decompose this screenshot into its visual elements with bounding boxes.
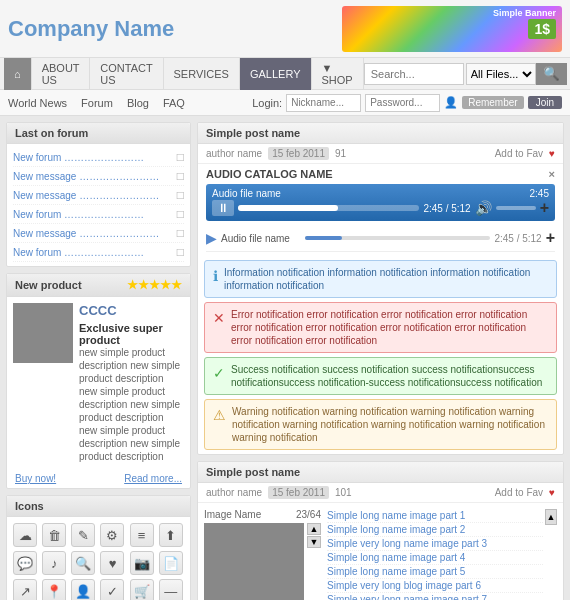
audio2-progress[interactable] (305, 236, 490, 240)
list-item[interactable]: Simple very long blog image part 6 (327, 579, 543, 593)
post2-comments: 101 (335, 487, 352, 498)
icon-cart[interactable]: 🛒 (130, 579, 154, 600)
forum-item: New message …………………… □ (13, 224, 184, 243)
list-item[interactable]: Simple long name image part 2 (327, 523, 543, 537)
icon-menu[interactable]: ≡ (130, 523, 154, 547)
forum-item-text[interactable]: New forum …………………… (13, 209, 177, 220)
post2-image-counter: 23/64 (296, 509, 321, 520)
forum-item-text[interactable]: New message …………………… (13, 171, 177, 182)
forum-item-text[interactable]: New forum …………………… (13, 152, 177, 163)
list-item[interactable]: Simple long name image part 5 (327, 565, 543, 579)
image-next-button[interactable]: ▼ (307, 536, 321, 548)
post1-date: 15 feb 2011 (268, 147, 329, 160)
icon-music[interactable]: ♪ (42, 551, 66, 575)
icon-user[interactable]: 👤 (71, 579, 95, 600)
notif-info: ℹ Information notification information n… (204, 260, 557, 298)
icon-trash[interactable]: 🗑 (42, 523, 66, 547)
icon-file[interactable]: 📄 (159, 551, 183, 575)
pause-button[interactable]: ⏸ (212, 200, 234, 216)
icon-upload[interactable]: ⬆ (159, 523, 183, 547)
forum-item-text[interactable]: New message …………………… (13, 228, 177, 239)
forum-item-text[interactable]: New message …………………… (13, 190, 177, 201)
notif-error: ✕ Error notification error notification … (204, 302, 557, 353)
audio2-fill (305, 236, 342, 240)
icon-heart[interactable]: ♥ (100, 551, 124, 575)
post2-header: Simple post name (198, 462, 563, 483)
audio-close-button[interactable]: × (549, 168, 555, 180)
post1-meta: author name 15 feb 2011 91 Add to Fav ♥ (198, 144, 563, 164)
forum-item-icon: □ (177, 207, 184, 221)
forum-item-icon: □ (177, 226, 184, 240)
audio2-add-button[interactable]: + (546, 229, 555, 247)
icon-pencil[interactable]: ✎ (71, 523, 95, 547)
volume-slider[interactable] (496, 206, 536, 210)
nav-home[interactable]: ⌂ (4, 58, 32, 90)
icon-pin[interactable]: 📍 (42, 579, 66, 600)
buy-button[interactable]: Buy now! (15, 473, 56, 484)
icon-gear[interactable]: ⚙ (100, 523, 124, 547)
heart-icon: ♥ (549, 148, 555, 159)
search-input[interactable] (364, 63, 464, 85)
list-item[interactable]: Simple very long name image part 3 (327, 537, 543, 551)
forum-item-text[interactable]: New forum …………………… (13, 247, 177, 258)
product-content: CCCC Exclusive super product new simple … (7, 297, 190, 469)
read-more-button[interactable]: Read more... (124, 473, 182, 484)
product-description: new simple product description new simpl… (79, 346, 184, 463)
password-input[interactable] (365, 94, 440, 112)
post2-list-section: Simple long name image part 1 Simple lon… (327, 509, 557, 600)
post2-title: Simple post name (206, 466, 300, 478)
post1-panel: Simple post name author name 15 feb 2011… (197, 122, 564, 455)
join-button[interactable]: Join (528, 96, 562, 109)
icon-camera[interactable]: 📷 (130, 551, 154, 575)
forum-item-icon: □ (177, 169, 184, 183)
post2-add-fav[interactable]: Add to Fav (495, 487, 543, 498)
add-fav-button[interactable]: Add to Fav (495, 148, 543, 159)
subnav-world-news[interactable]: World News (8, 97, 67, 109)
forum-item-icon: □ (177, 245, 184, 259)
files-select[interactable]: All Files... (466, 63, 536, 85)
subnav-blog[interactable]: Blog (127, 97, 149, 109)
nav-services[interactable]: SERVICES (164, 58, 240, 90)
banner-text: Simple Banner (493, 8, 556, 18)
volume-icon[interactable]: 🔊 (475, 200, 492, 216)
post2-image-section: Image Name 23/64 ▲ ▼ (204, 509, 321, 600)
icon-external[interactable]: ↗ (13, 579, 37, 600)
nav-shop[interactable]: ▼ SHOP (312, 58, 364, 90)
main-nav: ⌂ ABOUT US CONTACT US SERVICES GALLERY ▼… (0, 58, 570, 90)
image-prev-button[interactable]: ▲ (307, 523, 321, 535)
list-item[interactable]: Simple long name image part 4 (327, 551, 543, 565)
play-button2[interactable]: ▶ (206, 230, 217, 246)
icon-cloud[interactable]: ☁ (13, 523, 37, 547)
audio1-progress-bar[interactable] (238, 205, 419, 211)
audio1-add-button[interactable]: + (540, 199, 549, 217)
post2-heart-icon: ♥ (549, 487, 555, 498)
subnav-forum[interactable]: Forum (81, 97, 113, 109)
nav-gallery[interactable]: GALLERY (240, 58, 312, 90)
icon-search[interactable]: 🔍 (71, 551, 95, 575)
nickname-input[interactable] (286, 94, 361, 112)
icon-chat[interactable]: 💬 (13, 551, 37, 575)
post1-header: Simple post name (198, 123, 563, 144)
scroll-up-button[interactable]: ▲ (545, 509, 557, 525)
list-item[interactable]: Simple long name image part 1 (327, 509, 543, 523)
banner: Simple Banner 1$ (342, 6, 562, 52)
notif-error-text: Error notification error notification er… (231, 308, 548, 347)
forum-item: New message …………………… □ (13, 167, 184, 186)
list-scrollbar: ▲ ▼ (545, 509, 557, 600)
audio-catalog: AUDIO CATALOG NAME × Audio file name 2:4… (198, 164, 563, 256)
icon-minus[interactable]: — (159, 579, 183, 600)
icon-check[interactable]: ✓ (100, 579, 124, 600)
nav-contact[interactable]: CONTACT US (90, 58, 163, 90)
product-image (13, 303, 73, 363)
subnav-faq[interactable]: FAQ (163, 97, 185, 109)
login-area: Login: 👤 Remember Join (252, 94, 562, 112)
post2-panel: Simple post name author name 15 feb 2011… (197, 461, 564, 600)
audio-catalog-name: AUDIO CATALOG NAME (206, 168, 333, 180)
forum-list: New forum …………………… □ New message …………………… (7, 144, 190, 266)
nav-about[interactable]: ABOUT US (32, 58, 91, 90)
notif-warning-text: Warning notification warning notificatio… (232, 405, 548, 444)
list-item[interactable]: Simple very long name image part 7 (327, 593, 543, 600)
remember-button[interactable]: Remember (462, 96, 523, 109)
search-button[interactable]: 🔍 (536, 63, 567, 85)
notif-success: ✓ Success notification success notificat… (204, 357, 557, 395)
